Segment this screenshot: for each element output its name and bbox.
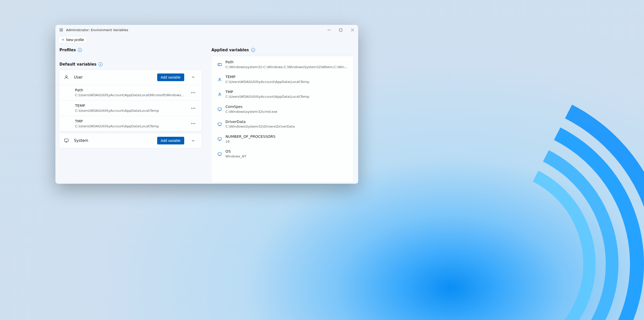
svg-point-5 bbox=[191, 92, 192, 93]
svg-rect-2 bbox=[60, 30, 62, 30]
applied-var-value: C:\Windows\System32\Drivers\DriverData bbox=[226, 124, 350, 129]
app-icon bbox=[59, 28, 64, 32]
system-icon bbox=[215, 137, 225, 141]
system-icon bbox=[215, 152, 225, 156]
svg-point-17 bbox=[219, 93, 220, 94]
applied-var-row[interactable]: NUMBER_OF_PROCESSORS 16 bbox=[211, 132, 354, 146]
env-vars-window: Administrator: Environment Variables + N… bbox=[55, 25, 358, 184]
info-icon[interactable]: i bbox=[98, 62, 103, 66]
svg-point-11 bbox=[191, 123, 192, 124]
var-value: C:\Users\WDAGUtilityAccount\AppData\Loca… bbox=[75, 124, 186, 129]
titlebar[interactable]: Administrator: Environment Variables bbox=[55, 25, 358, 35]
plus-icon: + bbox=[62, 38, 64, 42]
applied-var-row[interactable]: OS Windows_NT bbox=[211, 146, 354, 161]
svg-rect-1 bbox=[60, 29, 63, 29]
new-profile-label: New profile bbox=[66, 38, 84, 42]
svg-point-13 bbox=[194, 123, 195, 124]
add-variable-user-button[interactable]: Add variable bbox=[157, 73, 184, 81]
svg-point-9 bbox=[193, 108, 193, 108]
svg-rect-18 bbox=[218, 108, 221, 110]
svg-point-10 bbox=[194, 108, 195, 108]
info-icon[interactable]: i bbox=[78, 48, 82, 52]
applied-var-name: DriverData bbox=[226, 119, 350, 125]
applied-var-row[interactable]: DriverData C:\Windows\System32\Drivers\D… bbox=[211, 117, 354, 132]
user-var-row[interactable]: TMP C:\Users\WDAGUtilityAccount\AppData\… bbox=[59, 116, 202, 131]
user-var-row[interactable]: Path C:\Users\WDAGUtilityAccount\AppData… bbox=[59, 85, 202, 100]
more-icon[interactable] bbox=[189, 120, 197, 127]
system-scope-label: System bbox=[74, 138, 153, 143]
svg-rect-15 bbox=[218, 64, 221, 66]
var-value: C:\Users\WDAGUtilityAccount\AppData\Loca… bbox=[75, 108, 186, 113]
applied-var-value: C:\Users\WDAGUtilityAccount\AppData\Loca… bbox=[226, 94, 350, 99]
svg-rect-19 bbox=[218, 123, 221, 125]
applied-var-row[interactable]: ComSpec C:\Windows\system32\cmd.exe bbox=[211, 102, 354, 117]
expand-system-button[interactable] bbox=[189, 139, 197, 142]
applied-var-name: TEMP bbox=[226, 75, 350, 80]
user-scope-card: User Add variable Path C:\Users\WDAGUtil… bbox=[59, 70, 202, 131]
applied-var-name: Path bbox=[226, 60, 350, 65]
toolbar: + New profile bbox=[55, 35, 358, 47]
user-scope-header[interactable]: User Add variable bbox=[59, 70, 202, 85]
applied-var-row[interactable]: TEMP C:\Users\WDAGUtilityAccount\AppData… bbox=[211, 72, 354, 87]
applied-variables-heading: Applied variables bbox=[212, 48, 249, 52]
applied-var-name: OS bbox=[226, 149, 350, 154]
add-variable-system-button[interactable]: Add variable bbox=[157, 137, 184, 144]
maximize-button[interactable] bbox=[335, 25, 346, 35]
applied-var-name: TMP bbox=[226, 90, 350, 95]
svg-rect-21 bbox=[218, 153, 221, 155]
default-variables-heading: Default variables bbox=[59, 62, 96, 67]
svg-rect-3 bbox=[339, 29, 342, 31]
applied-var-value: Windows_NT bbox=[226, 154, 350, 159]
var-name: TEMP bbox=[75, 103, 186, 108]
var-name: Path bbox=[75, 88, 186, 93]
more-icon[interactable] bbox=[189, 89, 197, 96]
applied-var-row[interactable]: TMP C:\Users\WDAGUtilityAccount\AppData\… bbox=[211, 87, 354, 102]
applied-var-row[interactable]: Path C:\Windows\system32;C:\Windows;C:\W… bbox=[211, 56, 354, 72]
close-button[interactable] bbox=[346, 25, 358, 35]
applied-var-name: NUMBER_OF_PROCESSORS bbox=[226, 134, 350, 139]
profiles-heading: Profiles bbox=[59, 48, 76, 52]
svg-point-6 bbox=[193, 92, 193, 93]
system-icon bbox=[215, 122, 225, 127]
user-var-row[interactable]: TEMP C:\Users\WDAGUtilityAccount\AppData… bbox=[59, 100, 202, 116]
system-icon bbox=[64, 138, 69, 143]
system-scope-card: System Add variable bbox=[59, 133, 202, 148]
more-icon[interactable] bbox=[189, 105, 197, 112]
svg-point-16 bbox=[219, 78, 220, 79]
user-icon bbox=[64, 75, 69, 80]
svg-point-12 bbox=[193, 123, 193, 124]
desktop-wallpaper-swirl bbox=[312, 85, 644, 320]
info-icon[interactable]: i bbox=[251, 48, 255, 52]
user-scope-label: User bbox=[74, 75, 153, 80]
svg-rect-20 bbox=[218, 138, 221, 140]
system-icon bbox=[215, 107, 225, 112]
minimize-button[interactable] bbox=[323, 25, 335, 35]
system-scope-header[interactable]: System Add variable bbox=[59, 133, 202, 148]
svg-point-4 bbox=[66, 76, 67, 77]
window-title: Administrator: Environment Variables bbox=[66, 28, 128, 32]
svg-point-8 bbox=[191, 108, 192, 108]
svg-point-7 bbox=[194, 92, 195, 93]
applied-var-value: C:\Windows\system32;C:\Windows;C:\Window… bbox=[226, 65, 350, 70]
applied-var-value: C:\Users\WDAGUtilityAccount\AppData\Loca… bbox=[226, 80, 350, 84]
collapse-user-button[interactable] bbox=[189, 76, 197, 79]
applied-var-name: ComSpec bbox=[226, 104, 350, 109]
applied-variables-list[interactable]: Path C:\Windows\system32;C:\Windows;C:\W… bbox=[211, 56, 354, 183]
var-value: C:\Users\WDAGUtilityAccount\AppData\Loca… bbox=[75, 93, 186, 98]
profiles-column: Profiles i Default variables i User Add … bbox=[59, 47, 202, 183]
user-icon bbox=[215, 77, 225, 82]
user-icon bbox=[215, 92, 225, 97]
new-profile-button[interactable]: + New profile bbox=[58, 36, 87, 44]
svg-rect-14 bbox=[65, 139, 68, 142]
applied-var-value: 16 bbox=[226, 139, 350, 144]
rename-icon bbox=[215, 62, 225, 67]
var-name: TMP bbox=[75, 119, 186, 124]
applied-var-value: C:\Windows\system32\cmd.exe bbox=[226, 109, 350, 114]
applied-column: Applied variables i Path C:\Windows\syst… bbox=[211, 47, 354, 183]
